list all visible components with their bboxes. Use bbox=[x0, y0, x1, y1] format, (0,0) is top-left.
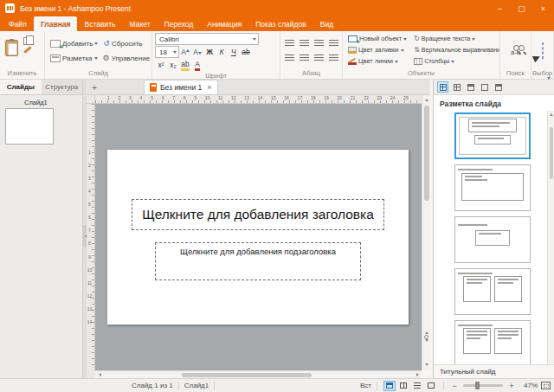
zoom-slider[interactable] bbox=[463, 384, 503, 387]
paste-button[interactable] bbox=[3, 33, 21, 62]
superscript-button[interactable]: х² bbox=[155, 59, 167, 71]
line-color-button[interactable]: Цвет линии bbox=[345, 55, 409, 67]
strikethrough-button[interactable]: ab bbox=[240, 46, 252, 58]
scroll-up-button[interactable] bbox=[422, 95, 431, 104]
columns-button[interactable]: Столбцы bbox=[411, 55, 498, 67]
ribbon-group-select: Выбор bbox=[531, 31, 554, 79]
add-slide-button[interactable]: Добавить bbox=[48, 37, 100, 50]
slide[interactable]: Щелкните для добавления заголовка Щелкни… bbox=[107, 150, 409, 325]
align-right-button[interactable] bbox=[312, 37, 325, 49]
layout-thumbnail-title-slide[interactable] bbox=[454, 112, 531, 159]
tab-slides[interactable]: Слайды bbox=[0, 80, 42, 94]
vertical-align-button[interactable]: ⇅ Вертикальное выравнивание bbox=[411, 44, 498, 55]
reset-slide-button[interactable]: ↺ Сбросить bbox=[100, 37, 145, 50]
font-family-combo[interactable]: Calibri bbox=[155, 33, 259, 45]
document-tab[interactable]: Без имени 1 × bbox=[144, 80, 218, 94]
columns-icon bbox=[414, 58, 422, 65]
underline-button[interactable]: Ч bbox=[228, 46, 240, 58]
previous-object-button[interactable] bbox=[425, 317, 428, 332]
highlight-color-button[interactable]: ab bbox=[179, 59, 191, 71]
page-navigation bbox=[422, 317, 431, 370]
close-button[interactable]: × bbox=[532, 0, 554, 16]
tab-outline[interactable]: Структура bbox=[42, 80, 83, 94]
italic-button[interactable]: К bbox=[216, 46, 228, 58]
panel-tab-colors[interactable] bbox=[465, 81, 476, 93]
font-size-combo[interactable]: 18 bbox=[155, 46, 179, 58]
fit-to-window-button[interactable] bbox=[541, 382, 551, 389]
panel-tab-layouts[interactable] bbox=[437, 81, 448, 93]
bullet-list-button[interactable] bbox=[283, 52, 295, 64]
zoom-in-button[interactable]: + bbox=[506, 382, 517, 390]
subscript-button[interactable]: х₂ bbox=[167, 59, 179, 71]
slide-canvas[interactable]: Щелкните для добавления заголовка Щелкни… bbox=[95, 104, 422, 370]
justify-button[interactable] bbox=[327, 37, 339, 49]
chevron-down-icon bbox=[403, 38, 407, 42]
shrink-font-button[interactable]: А bbox=[191, 46, 203, 58]
document-tab-label: Без имени 1 bbox=[160, 83, 202, 92]
horizontal-scrollbar[interactable] bbox=[95, 370, 422, 378]
view-outline-button[interactable] bbox=[425, 381, 437, 391]
align-center-button[interactable] bbox=[298, 37, 310, 49]
menu-item-home[interactable]: Главная bbox=[34, 16, 78, 31]
panel-more-button[interactable] bbox=[547, 80, 551, 95]
layout-thumbnail-title-content[interactable] bbox=[454, 164, 531, 211]
vertical-ruler[interactable]: 1234567891011121314 bbox=[87, 104, 95, 370]
menu-item-file[interactable]: Файл bbox=[2, 16, 34, 31]
numbered-list-button[interactable] bbox=[298, 52, 310, 64]
minimize-button[interactable]: – bbox=[489, 0, 511, 16]
zoom-level[interactable]: 47% bbox=[517, 382, 538, 389]
next-object-button[interactable] bbox=[425, 342, 428, 357]
zoom-out-button[interactable]: − bbox=[449, 382, 460, 390]
zoom-slider-thumb[interactable] bbox=[475, 382, 480, 389]
statusbar: Слайд 1 из 1 Слайд1 Вст − + 47% bbox=[0, 378, 554, 392]
slide-layout-button[interactable]: Разметка bbox=[48, 52, 100, 65]
view-normal-button[interactable] bbox=[383, 381, 396, 391]
view-sorter-button[interactable] bbox=[397, 381, 409, 391]
layout-thumbnail-content-only[interactable] bbox=[454, 216, 531, 263]
text-rotation-button[interactable]: ↻ Вращение текста bbox=[411, 33, 498, 44]
menu-item-insert[interactable]: Вставить bbox=[77, 16, 122, 31]
layout-thumbnail-two-content[interactable] bbox=[454, 268, 531, 315]
horizontal-scroll-thumb[interactable] bbox=[182, 373, 312, 377]
menu-item-transition[interactable]: Переход bbox=[158, 16, 201, 31]
menu-item-slideshow[interactable]: Показ слайдов bbox=[248, 16, 313, 31]
bold-button[interactable]: Ж bbox=[203, 46, 216, 58]
arrow-up-icon bbox=[550, 112, 553, 116]
panel-tab-designs[interactable] bbox=[451, 81, 462, 93]
maximize-button[interactable]: ▢ bbox=[511, 0, 532, 16]
title-placeholder[interactable]: Щелкните для добавления заголовка bbox=[132, 199, 384, 230]
new-object-button[interactable]: Новый объект bbox=[345, 33, 409, 44]
align-left-button[interactable] bbox=[283, 37, 295, 49]
menu-item-animation[interactable]: Анимация bbox=[200, 16, 248, 31]
manage-slides-button[interactable]: ⚙ Управление bbox=[100, 52, 152, 65]
panel-scroll-thumb[interactable] bbox=[550, 127, 553, 179]
menu-item-view[interactable]: Вид bbox=[313, 16, 340, 31]
new-tab-button[interactable]: + bbox=[88, 81, 100, 93]
select-mode-button[interactable] bbox=[542, 43, 544, 59]
separator bbox=[443, 382, 444, 390]
menu-item-layout[interactable]: Макет bbox=[123, 16, 158, 31]
font-color-button[interactable]: А bbox=[191, 59, 203, 71]
rotate-icon: ↻ bbox=[414, 35, 420, 42]
subtitle-placeholder[interactable]: Щелкните для добавления подзаголовка bbox=[155, 242, 361, 280]
panel-tab-animations[interactable] bbox=[479, 81, 490, 93]
tab-close-icon[interactable]: × bbox=[207, 83, 211, 92]
view-notes-button[interactable] bbox=[411, 381, 423, 391]
slide-thumbnail[interactable] bbox=[5, 108, 54, 145]
horizontal-ruler[interactable]: 1234567891011121314151617181920212223242… bbox=[95, 95, 422, 104]
vertical-scrollbar[interactable] bbox=[422, 95, 430, 370]
panel-tab-transitions[interactable] bbox=[493, 81, 504, 93]
arrow-right-icon bbox=[416, 373, 421, 376]
layout-thumbnail-comparison[interactable] bbox=[454, 320, 531, 364]
panel-scroll-up-button[interactable] bbox=[548, 111, 554, 119]
format-painter-icon[interactable] bbox=[23, 46, 32, 54]
fill-color-button[interactable]: Цвет заливки bbox=[345, 44, 409, 55]
vertical-scroll-thumb[interactable] bbox=[424, 106, 429, 201]
grow-font-button[interactable]: А bbox=[179, 46, 191, 58]
line-spacing-button[interactable] bbox=[312, 52, 325, 64]
scroll-down-button[interactable] bbox=[422, 360, 431, 369]
copy-icon[interactable] bbox=[23, 37, 29, 45]
panel-scrollbar[interactable] bbox=[547, 111, 554, 364]
insert-mode-indicator[interactable]: Вст bbox=[360, 382, 371, 389]
indent-button[interactable] bbox=[327, 52, 339, 64]
